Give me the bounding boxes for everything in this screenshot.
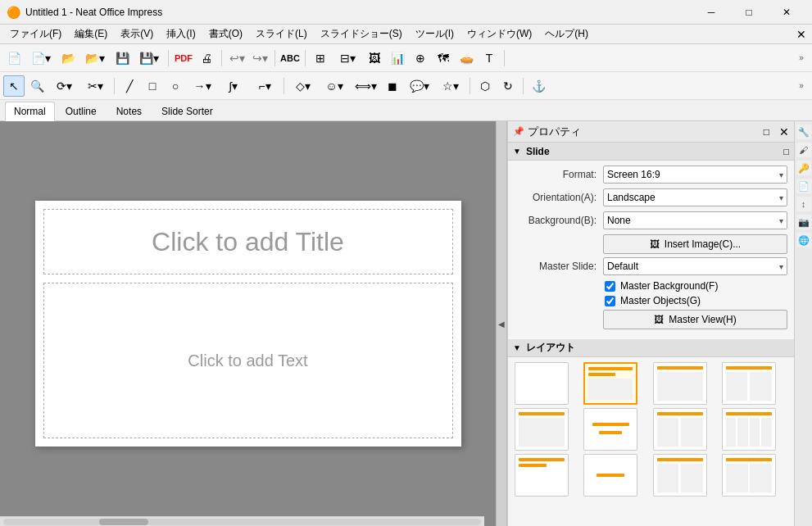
rect-tool[interactable]: □: [142, 75, 163, 97]
tb-table-button[interactable]: ⊟▾: [333, 48, 362, 69]
master-objects-checkbox[interactable]: [605, 296, 615, 306]
properties-close-button[interactable]: ✕: [779, 125, 789, 138]
bubble-dropdown[interactable]: 💬▾: [405, 75, 434, 97]
properties-panel: 📌 プロパティ □ ✕ ▼ Slide □ Format: Screen 16:…: [507, 121, 794, 526]
master-view-button[interactable]: 🖼 Master View(H): [603, 310, 787, 329]
tb-piechart-button[interactable]: 🥧: [456, 48, 477, 69]
tab-outline[interactable]: Outline: [57, 102, 106, 120]
menu-help[interactable]: ヘルプ(H): [538, 25, 595, 43]
hscroll-thumb[interactable]: [99, 519, 148, 525]
rsb-styles-button[interactable]: 🖌: [796, 143, 811, 157]
rsb-navigator-button[interactable]: 📄: [796, 179, 811, 193]
select-tool[interactable]: ↖: [3, 75, 25, 97]
tb-image-button[interactable]: 🖼: [364, 48, 385, 69]
master-background-checkbox[interactable]: [605, 281, 615, 292]
connector-dropdown[interactable]: ⌐▾: [250, 75, 279, 97]
slide-section-header[interactable]: ▼ Slide □: [508, 143, 794, 161]
ellipse-tool[interactable]: ○: [165, 75, 186, 97]
smiley-dropdown[interactable]: ☺▾: [320, 75, 349, 97]
rotate-button[interactable]: ↻: [497, 75, 519, 97]
undo-dropdown[interactable]: ↩▾: [226, 48, 247, 69]
menu-format[interactable]: 書式(O): [202, 25, 249, 43]
layout-10[interactable]: [653, 454, 707, 497]
new-button[interactable]: 📄: [3, 48, 25, 69]
layout-title-content[interactable]: [583, 362, 637, 405]
layout-blank[interactable]: [515, 362, 569, 405]
print-button[interactable]: 🖨: [196, 48, 217, 69]
background-select[interactable]: None ▾: [603, 211, 787, 229]
toolbar-2-more[interactable]: »: [794, 75, 809, 97]
export-pdf-button[interactable]: PDF: [173, 48, 194, 69]
orientation-select[interactable]: Landscape ▾: [603, 188, 787, 206]
menu-tools[interactable]: ツール(I): [409, 25, 460, 43]
tb-textbox-button[interactable]: T: [479, 48, 500, 69]
layout-section-label: レイアウト: [526, 341, 575, 355]
menu-file[interactable]: ファイル(F): [3, 25, 68, 43]
slide-canvas[interactable]: Click to add Title Click to add Text: [35, 201, 461, 447]
slide-title-placeholder[interactable]: Click to add Title: [43, 209, 453, 274]
line-tool[interactable]: ╱: [119, 75, 140, 97]
square-tool[interactable]: ◼: [382, 75, 403, 97]
layout-title-only[interactable]: [653, 362, 707, 405]
save-button[interactable]: 💾: [111, 48, 133, 69]
master-slide-select[interactable]: Default ▾: [603, 257, 787, 275]
arrow-dropdown[interactable]: →▾: [188, 75, 217, 97]
tb-grid-button[interactable]: ⊞: [310, 48, 331, 69]
layout-centered-title[interactable]: [583, 408, 637, 451]
crop-dropdown[interactable]: ✂▾: [80, 75, 110, 97]
layout-two-col[interactable]: [722, 362, 776, 405]
layout-11[interactable]: [722, 454, 776, 497]
maximize-button[interactable]: □: [730, 0, 768, 25]
rsb-web-button[interactable]: 🌐: [796, 233, 811, 247]
rsb-properties-button[interactable]: 🔧: [796, 125, 811, 139]
dblarrow-dropdown[interactable]: ⟺▾: [351, 75, 380, 97]
menu-edit[interactable]: 編集(E): [68, 25, 114, 43]
spellcheck-button[interactable]: ABC: [279, 48, 301, 69]
tb-chart-button[interactable]: 📊: [387, 48, 408, 69]
tb-map-button[interactable]: 🗺: [433, 48, 454, 69]
curve-dropdown[interactable]: ∫▾: [219, 75, 248, 97]
layout-four-col[interactable]: [722, 408, 776, 451]
save-dropdown[interactable]: 💾▾: [134, 48, 164, 69]
horizontal-scrollbar[interactable]: [0, 516, 484, 526]
shape-dropdown[interactable]: ◇▾: [288, 75, 318, 97]
open-dropdown[interactable]: 📂▾: [80, 48, 110, 69]
transform-dropdown[interactable]: ⟳▾: [49, 75, 79, 97]
slide-section-expand-icon[interactable]: □: [783, 147, 789, 156]
redo-dropdown[interactable]: ↪▾: [249, 48, 270, 69]
slide-area[interactable]: Click to add Title Click to add Text: [0, 121, 496, 526]
menu-view[interactable]: 表示(V): [114, 25, 160, 43]
tb-more-button[interactable]: ⊕: [410, 48, 431, 69]
slide-text-placeholder[interactable]: Click to add Text: [43, 283, 453, 438]
rsb-image-button[interactable]: 📷: [796, 215, 811, 229]
zoom-tool[interactable]: 🔍: [26, 75, 48, 97]
properties-expand-button[interactable]: □: [764, 126, 769, 138]
menubar-close-button[interactable]: ✕: [794, 27, 809, 42]
anchor-button[interactable]: ⚓: [528, 75, 549, 97]
star-dropdown[interactable]: ☆▾: [436, 75, 465, 97]
layout-title-two-col[interactable]: [653, 408, 707, 451]
minimize-button[interactable]: ─: [692, 0, 730, 25]
tab-normal[interactable]: Normal: [5, 102, 55, 121]
layout-col-right-10: [681, 464, 703, 492]
3d-box-button[interactable]: ⬡: [474, 75, 496, 97]
layout-9[interactable]: [583, 454, 637, 497]
layout-8[interactable]: [515, 454, 569, 497]
menu-window[interactable]: ウィンドウ(W): [460, 25, 538, 43]
toolbar-1-more[interactable]: »: [794, 48, 809, 69]
menu-slideshow[interactable]: スライドショー(S): [314, 25, 409, 43]
close-button[interactable]: ✕: [768, 0, 805, 25]
tab-notes[interactable]: Notes: [107, 102, 151, 120]
panel-collapse-handle[interactable]: ◀: [496, 121, 507, 526]
rsb-functions-button[interactable]: ↕: [796, 197, 811, 211]
layout-4[interactable]: [515, 408, 569, 451]
format-select[interactable]: Screen 16:9 ▾: [603, 166, 787, 184]
layout-section-header[interactable]: ▼ レイアウト: [508, 339, 794, 357]
open-button[interactable]: 📂: [57, 48, 79, 69]
tab-slide-sorter[interactable]: Slide Sorter: [152, 102, 222, 120]
insert-image-button[interactable]: 🖼 Insert Image(C)...: [603, 234, 787, 254]
menu-insert[interactable]: 挿入(I): [160, 25, 202, 43]
menu-slide[interactable]: スライド(L): [249, 25, 314, 43]
rsb-gallery-button[interactable]: 🔑: [796, 161, 811, 175]
new-dropdown[interactable]: 📄▾: [26, 48, 56, 69]
